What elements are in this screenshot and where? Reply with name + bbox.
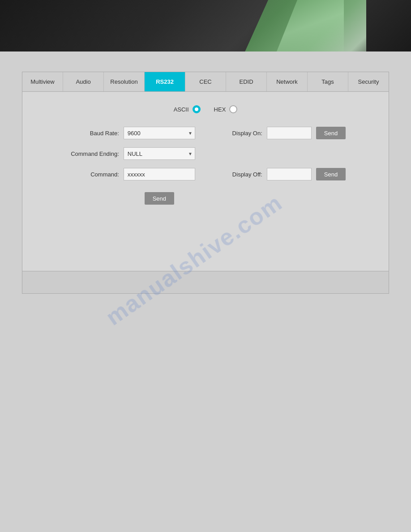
content-area: ASCII HEX Baud Rate: 9600 [22,92,389,271]
tab-multiview[interactable]: Multiview [22,72,63,91]
display-on-input[interactable] [267,127,312,139]
command-row: Command: [65,168,195,180]
hex-radio-group: HEX [214,105,238,113]
baud-rate-row: Baud Rate: 9600 19200 38400 57600 115200… [65,127,195,139]
hex-label: HEX [214,106,226,113]
command-label: Command: [65,171,119,178]
display-off-input[interactable] [267,168,312,180]
baud-rate-select[interactable]: 9600 19200 38400 57600 115200 [124,127,195,139]
header-banner [0,0,411,51]
command-ending-select[interactable]: NULL CR LF CR+LF [124,147,195,160]
command-input[interactable] [124,168,195,180]
hex-radio[interactable] [229,105,237,113]
baud-rate-select-wrap: 9600 19200 38400 57600 115200 ▼ [124,127,195,139]
tab-bar: Multiview Audio Resolution RS232 CEC EDI… [22,72,389,92]
ascii-radio-group: ASCII [174,105,201,113]
tab-tags[interactable]: Tags [308,72,348,91]
ascii-label: ASCII [174,106,189,113]
command-ending-row: Command Ending: NULL CR LF CR+LF ▼ [65,147,195,160]
display-on-row: Display On: Send [209,127,346,139]
baud-rate-label: Baud Rate: [65,130,119,137]
ascii-radio[interactable] [193,105,201,113]
display-on-send-button[interactable]: Send [316,127,346,139]
left-column: Baud Rate: 9600 19200 38400 57600 115200… [65,127,195,205]
display-off-label: Display Off: [209,171,262,178]
command-ending-label: Command Ending: [65,150,119,157]
tab-security[interactable]: Security [348,72,389,91]
right-column: Display On: Send Display Off: Send [209,127,346,205]
tab-rs232[interactable]: RS232 [145,72,185,91]
tab-network[interactable]: Network [267,72,308,91]
display-off-send-button[interactable]: Send [316,168,346,180]
mode-selector-row: ASCII HEX [40,105,371,113]
display-on-label: Display On: [209,130,262,137]
display-off-row: Display Off: Send [209,168,346,180]
tab-resolution[interactable]: Resolution [104,72,145,91]
tab-edid[interactable]: EDID [226,72,267,91]
bottom-area [22,271,389,293]
command-send-button[interactable]: Send [145,192,174,205]
main-container: Multiview Audio Resolution RS232 CEC EDI… [22,72,389,294]
tab-audio[interactable]: Audio [63,72,104,91]
command-ending-select-wrap: NULL CR LF CR+LF ▼ [124,147,195,160]
tab-cec[interactable]: CEC [185,72,226,91]
